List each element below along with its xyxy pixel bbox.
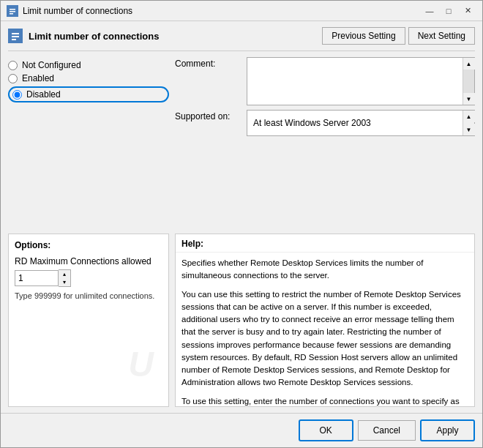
comment-label: Comment: — [175, 57, 241, 69]
help-content[interactable]: Specifies whether Remote Desktop Service… — [176, 253, 474, 406]
minimize-button[interactable]: — — [421, 4, 438, 18]
bottom-panels: Options: RD Maximum Connections allowed … — [8, 234, 475, 407]
policy-title-text: Limit number of connections — [29, 31, 159, 42]
enabled-radio[interactable] — [8, 74, 18, 83]
main-area: Not Configured Enabled Disabled Comment: — [8, 57, 475, 231]
maximize-button[interactable]: □ — [440, 4, 457, 18]
nav-buttons: Previous Setting Next Setting — [322, 27, 475, 45]
svg-rect-2 — [10, 11, 15, 12]
scroll-track — [463, 70, 474, 93]
header-row: Limit number of connections Previous Set… — [8, 27, 475, 51]
next-setting-button[interactable]: Next Setting — [408, 27, 475, 45]
supported-label: Supported on: — [175, 110, 241, 122]
not-configured-radio[interactable] — [8, 61, 18, 70]
apply-button[interactable]: Apply — [420, 419, 475, 441]
scroll-up-arrow[interactable]: ▲ — [463, 58, 475, 70]
enabled-label: Enabled — [22, 73, 54, 83]
content-area: Limit number of connections Previous Set… — [1, 21, 482, 413]
spinner-row: ▴ ▾ — [15, 269, 162, 287]
not-configured-option[interactable]: Not Configured — [8, 60, 169, 70]
help-panel: Help: Specifies whether Remote Desktop S… — [175, 234, 475, 407]
watermark: U — [128, 344, 154, 384]
supported-row: Supported on: At least Windows Server 20… — [175, 110, 475, 136]
close-button[interactable]: ✕ — [459, 4, 476, 18]
options-field-label: RD Maximum Connections allowed — [15, 256, 162, 266]
options-panel: Options: RD Maximum Connections allowed … — [8, 234, 169, 407]
scroll-down-arrow[interactable]: ▼ — [463, 93, 475, 105]
window-icon — [7, 5, 18, 17]
radio-group: Not Configured Enabled Disabled — [8, 57, 169, 105]
svg-rect-3 — [10, 13, 13, 15]
options-hint: Type 999999 for unlimited connections. — [15, 291, 162, 300]
window-title: Limit number of connections — [23, 6, 132, 16]
policy-icon — [8, 29, 23, 43]
supported-value: At least Windows Server 2003 — [247, 115, 463, 131]
help-paragraph: To use this setting, enter the number of… — [181, 395, 468, 407]
comment-row: Comment: ▲ ▼ — [175, 57, 475, 105]
svg-rect-7 — [12, 39, 16, 40]
enabled-option[interactable]: Enabled — [8, 73, 169, 83]
comment-textarea-wrapper: ▲ ▼ — [247, 57, 475, 105]
options-header: Options: — [15, 240, 162, 250]
policy-title: Limit number of connections — [8, 29, 159, 43]
cancel-button[interactable]: Cancel — [358, 420, 416, 441]
svg-rect-6 — [12, 36, 19, 37]
footer: OK Cancel Apply — [1, 413, 482, 447]
spinner-input[interactable] — [15, 270, 59, 286]
spinner-up-button[interactable]: ▴ — [59, 270, 70, 278]
spinner-buttons: ▴ ▾ — [59, 269, 71, 287]
help-paragraph: Specifies whether Remote Desktop Service… — [181, 257, 468, 283]
left-panel: Not Configured Enabled Disabled — [8, 57, 169, 231]
comment-textarea[interactable] — [247, 58, 463, 105]
main-window: Limit number of connections — □ ✕ Limit — [0, 0, 483, 448]
svg-rect-1 — [10, 9, 15, 10]
title-bar: Limit number of connections — □ ✕ — [1, 1, 482, 21]
help-paragraph: You can use this setting to restrict the… — [181, 288, 468, 389]
supported-scrollbar: ▲ ▼ — [463, 111, 474, 135]
not-configured-label: Not Configured — [22, 60, 81, 70]
supported-scroll-down[interactable]: ▼ — [463, 124, 475, 135]
right-section: Comment: ▲ ▼ Supported on: At least Wind… — [175, 57, 475, 231]
ok-button[interactable]: OK — [299, 419, 353, 441]
supported-wrapper: At least Windows Server 2003 ▲ ▼ — [247, 110, 475, 136]
title-bar-left: Limit number of connections — [7, 5, 132, 17]
disabled-radio[interactable] — [12, 90, 22, 100]
supported-scroll-up[interactable]: ▲ — [463, 111, 475, 122]
help-header: Help: — [176, 234, 474, 253]
disabled-label: Disabled — [26, 89, 61, 100]
title-controls: — □ ✕ — [421, 4, 476, 18]
previous-setting-button[interactable]: Previous Setting — [322, 27, 405, 45]
spinner-down-button[interactable]: ▾ — [59, 278, 70, 286]
comment-scrollbar: ▲ ▼ — [463, 58, 474, 105]
svg-rect-5 — [12, 33, 19, 34]
disabled-option[interactable]: Disabled — [8, 86, 169, 102]
